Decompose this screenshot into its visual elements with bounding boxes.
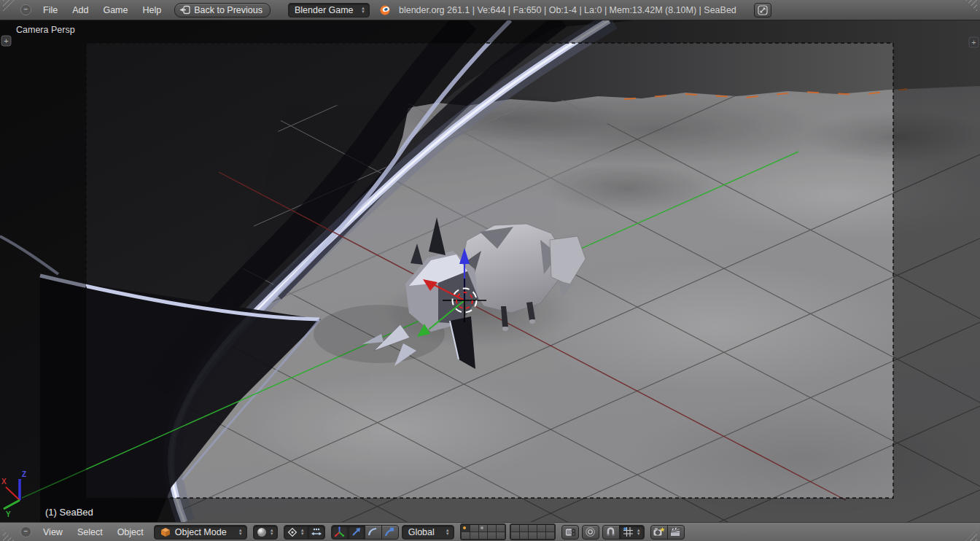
lock-camera-button[interactable] <box>561 525 579 540</box>
snap-toggle-button[interactable] <box>602 525 620 540</box>
snap-increment-icon <box>623 526 634 537</box>
dropdown-arrows-icon: ▲▼ <box>446 529 450 536</box>
layer-cell[interactable] <box>520 532 528 539</box>
mode-dropdown[interactable]: Object Mode ▲▼ <box>154 525 247 540</box>
opengl-render-image-button[interactable] <box>650 525 668 540</box>
layer-cell[interactable] <box>497 525 505 532</box>
view3d-header: − View Select Object Object Mode ▲▼ <box>0 522 980 541</box>
layer-cell[interactable] <box>546 532 554 539</box>
layer-cell[interactable] <box>462 525 470 532</box>
corner-grip-icon[interactable] <box>965 0 977 12</box>
dropdown-arrows-icon: ▲▼ <box>637 529 641 536</box>
axis-tripod-icon <box>334 526 345 537</box>
layer-cell[interactable] <box>546 525 554 532</box>
menu-view[interactable]: View <box>36 523 70 541</box>
proportional-edit-circle-icon <box>585 526 596 537</box>
layer-cell[interactable] <box>470 525 478 532</box>
info-header: − File Add Game Help Back to Previous Bl… <box>0 0 980 20</box>
layer-group <box>460 524 506 540</box>
layer-cell[interactable] <box>537 532 545 539</box>
mode-dropdown-value: Object Mode <box>175 527 227 537</box>
layer-occupied-dot <box>463 526 466 529</box>
magnet-icon <box>605 526 616 537</box>
pivot-point-icon <box>287 527 298 537</box>
collapse-menus-icon[interactable]: − <box>20 4 31 15</box>
clapperboard-icon <box>669 526 682 537</box>
menu-help[interactable]: Help <box>135 0 168 20</box>
transform-orientation-dropdown[interactable]: Global ▲▼ <box>402 525 454 540</box>
layer-cell[interactable] <box>488 525 496 532</box>
rotate-arc-icon <box>368 526 378 537</box>
layer-cell[interactable] <box>511 532 519 539</box>
translate-arrow-icon <box>351 526 362 537</box>
active-object-label: (1) SeaBed <box>45 507 93 518</box>
plus-icon: + <box>4 36 8 45</box>
layers-widget <box>460 524 556 540</box>
layer-cell[interactable] <box>529 525 537 532</box>
layer-cell[interactable] <box>479 525 487 532</box>
solid-shading-sphere-icon <box>257 527 267 537</box>
manipulator-toggle-button[interactable] <box>331 525 349 540</box>
expand-window-icon <box>758 5 768 15</box>
engine-dropdown-value: Blender Game <box>295 5 354 15</box>
layer-cell[interactable] <box>479 532 487 539</box>
layer-group <box>510 524 556 540</box>
engine-dropdown[interactable]: Blender Game ▲▼ <box>288 3 370 17</box>
layer-cell[interactable] <box>470 532 478 539</box>
center-points-icon <box>311 527 322 537</box>
dropdown-arrows-icon: ▲▼ <box>270 529 274 536</box>
blender-logo-icon <box>378 4 392 16</box>
gizmo-y-label: Y <box>6 510 11 518</box>
dropdown-arrows-icon: ▲▼ <box>361 7 365 14</box>
back-to-previous-label: Back to Previous <box>194 5 262 15</box>
viewport-3d[interactable]: Z X Y Camera Persp (1) SeaBed + + <box>0 20 980 522</box>
menu-file[interactable]: File <box>36 0 65 20</box>
toolshelf-toggle-button[interactable]: + <box>1 36 11 46</box>
plus-icon: + <box>971 38 976 47</box>
proportional-edit-button[interactable] <box>582 525 599 540</box>
snap-element-dropdown[interactable]: ▲▼ <box>619 525 645 540</box>
scale-handle-icon <box>384 526 395 537</box>
menu-add[interactable]: Add <box>65 0 96 20</box>
viewport-shading-dropdown[interactable]: ▲▼ <box>253 525 278 540</box>
layer-cell[interactable] <box>511 525 519 532</box>
menu-game[interactable]: Game <box>96 0 135 20</box>
render-camera-icon <box>653 526 665 537</box>
opengl-render-animation-button[interactable] <box>667 525 685 540</box>
lock-scene-icon <box>564 527 576 537</box>
pivot-point-dropdown[interactable]: ▲▼ <box>284 525 308 540</box>
layer-occupied-dot <box>481 526 483 529</box>
properties-panel-toggle-button[interactable]: + <box>969 37 979 47</box>
corner-grip-icon[interactable] <box>3 529 15 541</box>
translate-manipulator-button[interactable] <box>348 525 365 540</box>
view-name-label: Camera Persp <box>16 25 75 35</box>
rotate-manipulator-button[interactable] <box>365 525 382 540</box>
orientation-dropdown-value: Global <box>408 527 435 537</box>
back-to-previous-button[interactable]: Back to Previous <box>174 3 271 17</box>
corner-grip-icon[interactable] <box>965 529 977 541</box>
scale-manipulator-button[interactable] <box>381 525 399 540</box>
layer-cell[interactable] <box>529 532 537 539</box>
collapse-menus-icon[interactable]: − <box>20 526 31 537</box>
dropdown-arrows-icon: ▲▼ <box>238 529 243 536</box>
layer-cell[interactable] <box>520 525 528 532</box>
layer-cell[interactable] <box>537 525 545 532</box>
gizmo-x-label: X <box>1 478 7 486</box>
gizmo-z-label: Z <box>22 470 26 478</box>
layer-cell[interactable] <box>488 532 496 539</box>
layer-cell[interactable] <box>462 532 470 539</box>
menu-select[interactable]: Select <box>70 523 110 541</box>
back-arrow-icon <box>179 5 190 15</box>
status-info-text: blender.org 261.1 | Ve:644 | Fa:650 | Ob… <box>399 5 736 15</box>
layer-cell[interactable] <box>497 532 505 539</box>
manipulate-center-points-toggle[interactable] <box>308 525 325 540</box>
duplicate-window-button[interactable] <box>754 3 771 17</box>
object-mode-cube-icon <box>160 527 171 537</box>
blender-window: − File Add Game Help Back to Previous Bl… <box>0 0 980 541</box>
menu-object[interactable]: Object <box>110 523 151 541</box>
corner-grip-icon[interactable] <box>3 0 15 12</box>
dropdown-arrows-icon: ▲▼ <box>300 529 305 536</box>
